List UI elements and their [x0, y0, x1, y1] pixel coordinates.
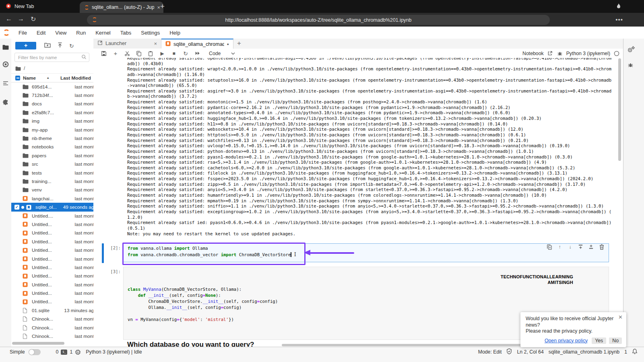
- file-row[interactable]: Untitled...last month: [11, 280, 94, 289]
- stop-kernel-icon[interactable]: ■: [171, 50, 177, 57]
- terminals-count[interactable]: 0: [56, 349, 59, 355]
- notebook-vscrollbar[interactable]: [618, 58, 621, 161]
- browser-tab-jupyter[interactable]: sqlite_ollam... (auto-Z) - Jupyt ×: [80, 2, 163, 13]
- file-row[interactable]: Untitled...last month: [11, 289, 94, 297]
- file-row[interactable]: 695d14...last month: [11, 82, 94, 91]
- menu-help[interactable]: Help: [165, 30, 185, 36]
- running-kernels-icon[interactable]: [2, 61, 9, 69]
- browser-flame-icon[interactable]: [616, 3, 621, 11]
- menu-run[interactable]: Run: [71, 30, 91, 36]
- external-link-icon[interactable]: [547, 50, 553, 57]
- new-tab-button[interactable]: +: [160, 2, 165, 11]
- file-row[interactable]: paperslast month: [11, 151, 94, 160]
- browser-menu-icon[interactable]: •••: [615, 16, 623, 23]
- menu-settings[interactable]: Settings: [136, 30, 165, 36]
- forward-button[interactable]: →: [18, 15, 24, 23]
- trust-shield-icon[interactable]: [506, 348, 512, 356]
- file-row[interactable]: Untitled...last month: [11, 229, 94, 237]
- new-launcher-button[interactable]: +: [15, 42, 36, 49]
- menu-edit[interactable]: Edit: [32, 30, 50, 36]
- property-inspector-gears-icon[interactable]: [627, 46, 635, 54]
- menu-file[interactable]: File: [14, 30, 32, 36]
- file-row[interactable]: Untitled...last month: [11, 246, 94, 254]
- menu-kernel[interactable]: Kernel: [91, 30, 116, 36]
- file-row[interactable]: 01.sqlite13 minutes ago: [11, 306, 94, 315]
- simple-mode-toggle[interactable]: [29, 349, 41, 355]
- close-tab-icon[interactable]: ×: [154, 41, 157, 46]
- tab-notebook[interactable]: sqlite_ollama_chromadb 1.i ●: [161, 39, 233, 49]
- file-row[interactable]: ✓sqlite_ol...49 seconds ago: [11, 203, 94, 211]
- add-tab-button[interactable]: +: [237, 39, 241, 49]
- file-row[interactable]: e2fa8fc7...last month: [11, 108, 94, 117]
- yes-button[interactable]: Yes: [592, 337, 606, 344]
- column-name[interactable]: Name: [23, 75, 36, 81]
- file-row[interactable]: my-applast month: [11, 125, 94, 134]
- file-row[interactable]: 712b34f...last month: [11, 91, 94, 99]
- menu-tabs[interactable]: Tabs: [116, 30, 136, 36]
- file-row[interactable]: Untitled....last month: [11, 212, 94, 220]
- file-browser-hscrollbar[interactable]: [12, 342, 64, 345]
- new-folder-icon[interactable]: [44, 42, 51, 49]
- file-row[interactable]: langchai...last month: [11, 194, 94, 203]
- file-row[interactable]: Untitled...last month: [11, 263, 94, 272]
- cursor-position-label[interactable]: Ln 2, Col 64: [517, 349, 543, 355]
- file-row[interactable]: testslast month: [11, 169, 94, 177]
- upload-icon[interactable]: [57, 42, 63, 49]
- refresh-icon[interactable]: ↻: [69, 43, 74, 49]
- run-cell-icon[interactable]: ▶: [159, 50, 165, 57]
- move-cell-up-icon[interactable]: ↑: [557, 244, 563, 250]
- duplicate-cell-icon[interactable]: [546, 244, 552, 250]
- open-privacy-policy-link[interactable]: Open privacy policy: [545, 338, 588, 343]
- restart-run-all-icon[interactable]: [194, 50, 200, 57]
- restart-kernel-icon[interactable]: ↻: [182, 50, 189, 57]
- save-icon[interactable]: [101, 50, 107, 57]
- delete-cell-icon[interactable]: [599, 244, 605, 250]
- checkbox-checked-icon[interactable]: ✓: [14, 205, 19, 210]
- breadcrumb[interactable]: /: [11, 64, 93, 73]
- file-row[interactable]: venvlast month: [11, 186, 94, 194]
- filter-files-box[interactable]: [14, 53, 89, 62]
- menu-view[interactable]: View: [50, 30, 71, 36]
- close-tab-icon[interactable]: ×: [157, 5, 160, 10]
- kernel-status-text[interactable]: Python 3 (ipykernel) | Idle: [86, 349, 142, 355]
- file-row[interactable]: notebookslast month: [11, 143, 94, 151]
- file-browser-icon[interactable]: [2, 44, 9, 51]
- file-row[interactable]: Untitled...last month: [11, 272, 94, 280]
- kernel-status-icon[interactable]: [613, 50, 620, 57]
- copy-cells-icon[interactable]: [136, 50, 142, 57]
- kernel-name-label[interactable]: Python 3 (ipykernel): [566, 51, 610, 56]
- insert-cell-below-icon[interactable]: [588, 244, 594, 250]
- bell-icon[interactable]: [632, 348, 638, 356]
- insert-cell-above-icon[interactable]: [578, 244, 584, 250]
- file-row[interactable]: Untitled...last month: [11, 298, 94, 306]
- file-row[interactable]: Untitled...last month: [11, 237, 94, 246]
- cut-cells-icon[interactable]: [124, 50, 130, 57]
- file-row[interactable]: Untitled...last month: [11, 255, 94, 263]
- back-button[interactable]: ←: [6, 15, 12, 23]
- file-row[interactable]: Untitled...last month: [11, 220, 94, 228]
- filter-files-input[interactable]: [17, 55, 81, 60]
- file-list-header[interactable]: Name ▲ Last Modified: [11, 73, 93, 82]
- file-row[interactable]: imglast month: [11, 117, 94, 125]
- debugger-bug-icon[interactable]: [627, 62, 634, 70]
- kernels-count[interactable]: 1: [70, 349, 72, 355]
- file-row[interactable]: docslast month: [11, 100, 94, 108]
- file-row[interactable]: Chinook...last month: [11, 332, 94, 340]
- url-bar[interactable]: http://localhost:8888/lab/workspaces/aut…: [87, 15, 550, 25]
- cell-type-dropdown[interactable]: Code: [209, 51, 235, 56]
- insert-cell-icon[interactable]: +: [112, 50, 119, 57]
- browser-tab-newtab[interactable]: New Tab: [0, 0, 70, 13]
- tab-launcher[interactable]: Launcher ×: [93, 39, 161, 48]
- paste-cells-icon[interactable]: [147, 50, 154, 57]
- file-row[interactable]: Chinook...last month: [11, 323, 94, 332]
- file-row[interactable]: srclast month: [11, 160, 94, 169]
- file-row[interactable]: Chinook...last month: [11, 315, 94, 323]
- notification-count[interactable]: 1: [624, 349, 627, 355]
- table-of-contents-icon[interactable]: [2, 80, 9, 88]
- breadcrumb-root[interactable]: /: [24, 66, 25, 71]
- close-popup-icon[interactable]: ✕: [618, 314, 623, 320]
- file-row[interactable]: nb-themelast month: [11, 134, 94, 142]
- select-all-checkbox[interactable]: [15, 76, 20, 80]
- column-last-modified[interactable]: Last Modified: [60, 75, 91, 81]
- reload-button[interactable]: ↻: [31, 15, 36, 23]
